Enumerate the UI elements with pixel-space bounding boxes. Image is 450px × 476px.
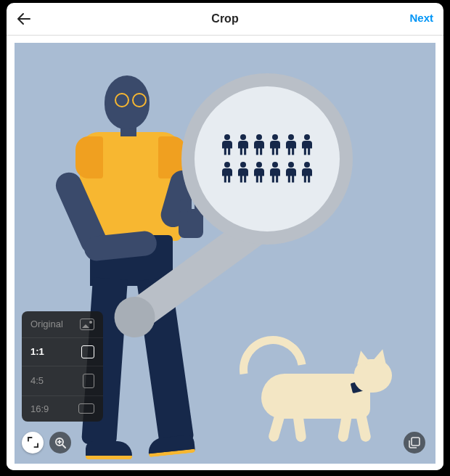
square-icon bbox=[81, 345, 94, 358]
modal-title: Crop bbox=[7, 12, 443, 25]
ratio-label: Original bbox=[30, 319, 63, 329]
arrow-left-icon bbox=[15, 10, 33, 28]
ratio-label: 16:9 bbox=[30, 403, 49, 414]
illustration-cat bbox=[240, 333, 399, 442]
ratio-label: 1:1 bbox=[30, 346, 44, 357]
zoom-button[interactable] bbox=[49, 432, 71, 454]
ratio-option-1-1[interactable]: 1:1 bbox=[22, 338, 103, 366]
back-button[interactable] bbox=[15, 10, 33, 30]
portrait-rect-icon bbox=[83, 374, 94, 388]
image-preview[interactable]: Original 1:1 4:5 16:9 bbox=[15, 43, 435, 464]
wide-rect-icon bbox=[78, 403, 94, 414]
ratio-label: 4:5 bbox=[30, 375, 44, 386]
svg-rect-1 bbox=[412, 438, 420, 446]
magnify-icon bbox=[54, 437, 66, 448]
aspect-ratio-menu: Original 1:1 4:5 16:9 bbox=[22, 311, 103, 422]
illustration-magnifier bbox=[181, 73, 353, 245]
crop-size-button[interactable] bbox=[22, 432, 44, 454]
crop-modal: Crop Next bbox=[7, 3, 443, 470]
select-multiple-button[interactable] bbox=[404, 432, 425, 454]
expand-icon bbox=[28, 437, 38, 448]
ratio-option-4-5[interactable]: 4:5 bbox=[22, 366, 103, 396]
layers-icon bbox=[409, 437, 420, 448]
crop-canvas[interactable]: Original 1:1 4:5 16:9 bbox=[7, 36, 443, 470]
people-row-2 bbox=[221, 162, 313, 184]
people-row-1 bbox=[221, 134, 313, 156]
next-button[interactable]: Next bbox=[409, 12, 433, 24]
image-icon bbox=[80, 319, 94, 330]
ratio-option-original[interactable]: Original bbox=[22, 311, 103, 338]
modal-header: Crop Next bbox=[7, 3, 443, 36]
ratio-option-16-9[interactable]: 16:9 bbox=[22, 396, 103, 422]
